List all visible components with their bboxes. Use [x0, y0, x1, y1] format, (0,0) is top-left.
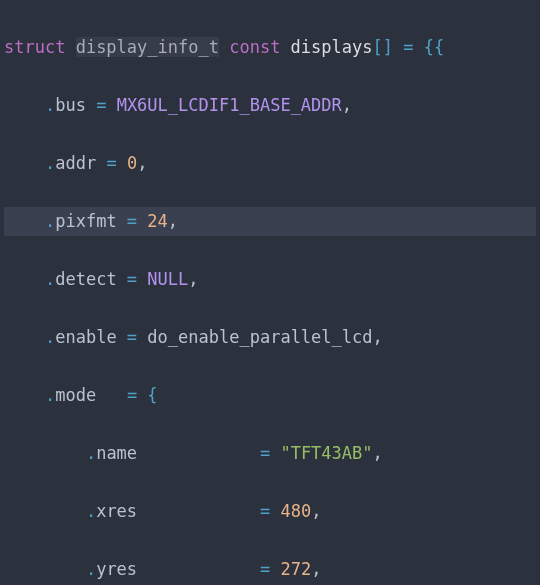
field-detect: detect — [55, 269, 116, 289]
code-line: .name = "TFT43AB", — [4, 439, 536, 468]
field-addr: addr — [55, 153, 96, 173]
value-pixfmt: 24 — [147, 211, 167, 231]
open-brackets: [] = {{ — [373, 37, 445, 57]
code-line: .xres = 480, — [4, 497, 536, 526]
value-detect: NULL — [147, 269, 188, 289]
code-line: .yres = 272, — [4, 555, 536, 584]
field-yres: yres — [96, 559, 137, 579]
value-yres: 272 — [280, 559, 311, 579]
code-line-highlighted: .pixfmt = 24, — [4, 207, 536, 236]
code-line: .mode = { — [4, 381, 536, 410]
code-line: .enable = do_enable_parallel_lcd, — [4, 323, 536, 352]
code-line: .addr = 0, — [4, 149, 536, 178]
field-bus: bus — [55, 95, 86, 115]
field-xres: xres — [96, 501, 137, 521]
code-editor[interactable]: struct display_info_t const displays[] =… — [0, 0, 540, 585]
field-name: name — [96, 443, 137, 463]
value-xres: 480 — [280, 501, 311, 521]
value-bus: MX6UL_LCDIF1_BASE_ADDR — [117, 95, 342, 115]
field-pixfmt: pixfmt — [55, 211, 116, 231]
keyword-const: const — [219, 37, 291, 57]
type-name: display_info_t — [76, 37, 219, 57]
array-name: displays — [291, 37, 373, 57]
keyword-struct: struct — [4, 37, 76, 57]
field-enable: enable — [55, 327, 116, 347]
field-mode: mode — [55, 385, 96, 405]
code-line: .detect = NULL, — [4, 265, 536, 294]
value-name: "TFT43AB" — [280, 443, 372, 463]
value-addr: 0 — [127, 153, 137, 173]
code-line: .bus = MX6UL_LCDIF1_BASE_ADDR, — [4, 91, 536, 120]
value-enable: do_enable_parallel_lcd — [147, 327, 372, 347]
code-line: struct display_info_t const displays[] =… — [4, 33, 536, 62]
